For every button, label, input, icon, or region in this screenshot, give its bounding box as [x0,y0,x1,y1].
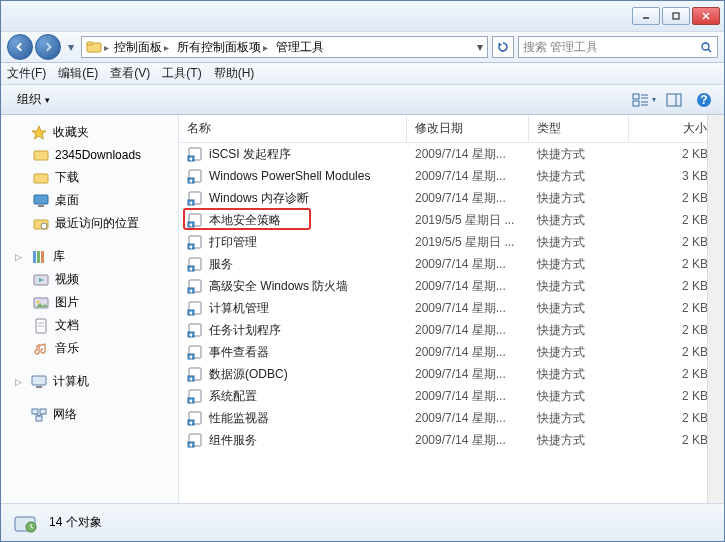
file-row[interactable]: 打印管理2019/5/5 星期日 ...快捷方式2 KB [179,231,724,253]
sidebar-item[interactable]: 下载 [1,166,178,189]
column-name[interactable]: 名称 [179,115,407,142]
svg-rect-35 [32,409,38,414]
file-name: 打印管理 [209,234,257,251]
shortcut-icon [187,234,203,250]
menu-file[interactable]: 文件(F) [7,65,46,82]
file-type: 快捷方式 [529,168,629,185]
sidebar-libraries[interactable]: ▷库 [1,245,178,268]
menu-help[interactable]: 帮助(H) [214,65,255,82]
help-button[interactable]: ? [692,89,716,111]
forward-button[interactable] [35,34,61,60]
file-name: 服务 [209,256,233,273]
sidebar-item[interactable]: 视频 [1,268,178,291]
statusbar: 14 个对象 [1,503,724,541]
file-type: 快捷方式 [529,344,629,361]
history-dropdown[interactable]: ▾ [65,40,77,54]
sidebar-item[interactable]: 桌面 [1,189,178,212]
column-type[interactable]: 类型 [529,115,629,142]
file-type: 快捷方式 [529,256,629,273]
shortcut-icon [187,410,203,426]
chevron-right-icon: ▸ [104,42,109,53]
sidebar-network[interactable]: 网络 [1,403,178,426]
sidebar-favorites[interactable]: 收藏夹 [1,121,178,144]
svg-point-6 [702,43,709,50]
menubar: 文件(F) 编辑(E) 查看(V) 工具(T) 帮助(H) [1,63,724,85]
minimize-button[interactable] [632,7,660,25]
svg-rect-18 [34,151,48,160]
sidebar-item[interactable]: 音乐 [1,337,178,360]
file-name: 数据源(ODBC) [209,366,288,383]
refresh-button[interactable] [492,36,514,58]
file-type: 快捷方式 [529,146,629,163]
close-button[interactable] [692,7,720,25]
content-area: 收藏夹 2345Downloads 下载 桌面 最近访问的位置 ▷库 视频 图片… [1,115,724,503]
folder-icon [86,39,102,55]
menu-edit[interactable]: 编辑(E) [58,65,98,82]
file-row[interactable]: 系统配置2009/7/14 星期...快捷方式2 KB [179,385,724,407]
file-date: 2009/7/14 星期... [407,256,529,273]
column-headers: 名称 修改日期 类型 大小 [179,115,724,143]
svg-rect-34 [36,386,42,388]
file-date: 2009/7/14 星期... [407,300,529,317]
sidebar-item[interactable]: 2345Downloads [1,144,178,166]
file-row[interactable]: 性能监视器2009/7/14 星期...快捷方式2 KB [179,407,724,429]
svg-rect-19 [34,174,48,183]
sidebar-computer[interactable]: ▷计算机 [1,370,178,393]
file-row[interactable]: Windows PowerShell Modules2009/7/14 星期..… [179,165,724,187]
breadcrumb-item[interactable]: 控制面板▸ [111,38,172,57]
scrollbar[interactable] [707,115,724,503]
shortcut-icon [187,212,203,228]
toolbar: 组织 ▾ ▾ ? [1,85,724,115]
column-date[interactable]: 修改日期 [407,115,529,142]
menu-view[interactable]: 查看(V) [110,65,150,82]
file-type: 快捷方式 [529,322,629,339]
address-bar[interactable]: ▸ 控制面板▸ 所有控制面板项▸ 管理工具 ▾ [81,36,488,58]
maximize-button[interactable] [662,7,690,25]
file-row[interactable]: 组件服务2009/7/14 星期...快捷方式2 KB [179,429,724,451]
computer-icon [31,374,47,390]
file-name: 计算机管理 [209,300,269,317]
file-type: 快捷方式 [529,190,629,207]
sidebar-item[interactable]: 图片 [1,291,178,314]
expand-icon: ▷ [15,377,25,387]
file-row[interactable]: iSCSI 发起程序2009/7/14 星期...快捷方式2 KB [179,143,724,165]
file-row[interactable]: 数据源(ODBC)2009/7/14 星期...快捷方式2 KB [179,363,724,385]
file-name: 高级安全 Windows 防火墙 [209,278,348,295]
file-name: 性能监视器 [209,410,269,427]
menu-tools[interactable]: 工具(T) [162,65,201,82]
star-icon [31,125,47,141]
address-dropdown[interactable]: ▾ [477,40,483,54]
file-row[interactable]: 任务计划程序2009/7/14 星期...快捷方式2 KB [179,319,724,341]
folder-icon [33,147,49,163]
file-row[interactable]: 高级安全 Windows 防火墙2009/7/14 星期...快捷方式2 KB [179,275,724,297]
breadcrumb-item[interactable]: 管理工具 [273,38,327,57]
file-name: 任务计划程序 [209,322,281,339]
preview-pane-button[interactable] [662,89,686,111]
picture-icon [33,295,49,311]
svg-rect-25 [37,251,40,263]
file-row[interactable]: 事件查看器2009/7/14 星期...快捷方式2 KB [179,341,724,363]
sidebar-item[interactable]: 最近访问的位置 [1,212,178,235]
svg-text:?: ? [700,93,707,107]
breadcrumb-item[interactable]: 所有控制面板项▸ [174,38,271,57]
file-row[interactable]: Windows 内存诊断2009/7/14 星期...快捷方式2 KB [179,187,724,209]
sidebar-item[interactable]: 文档 [1,314,178,337]
file-name: 组件服务 [209,432,257,449]
status-text: 14 个对象 [49,514,102,531]
file-type: 快捷方式 [529,366,629,383]
shortcut-icon [187,432,203,448]
file-row[interactable]: 计算机管理2009/7/14 星期...快捷方式2 KB [179,297,724,319]
tools-icon [11,509,39,537]
file-type: 快捷方式 [529,432,629,449]
svg-rect-37 [36,416,42,421]
document-icon [33,318,49,334]
organize-button[interactable]: 组织 ▾ [9,89,58,110]
view-mode-button[interactable]: ▾ [632,89,656,111]
shortcut-icon [187,190,203,206]
back-button[interactable] [7,34,33,60]
file-row[interactable]: 服务2009/7/14 星期...快捷方式2 KB [179,253,724,275]
search-input[interactable]: 搜索 管理工具 [518,36,718,58]
file-row[interactable]: 本地安全策略2019/5/5 星期日 ...快捷方式2 KB [179,209,724,231]
file-list: 名称 修改日期 类型 大小 iSCSI 发起程序2009/7/14 星期...快… [179,115,724,503]
file-date: 2009/7/14 星期... [407,168,529,185]
